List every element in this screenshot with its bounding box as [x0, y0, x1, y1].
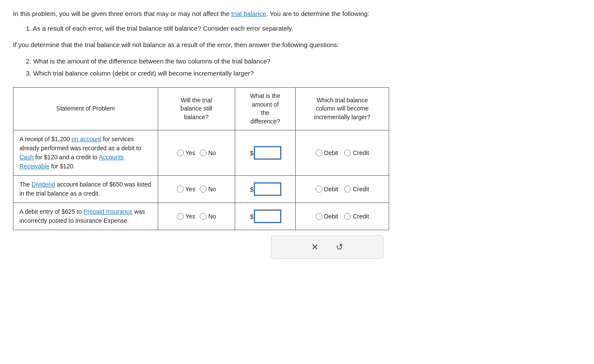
amount-input-row1[interactable] — [255, 147, 281, 159]
yes-label-row1[interactable]: Yes — [177, 149, 195, 156]
main-table: Statement of Problem Will the trialbalan… — [13, 87, 389, 230]
yes-radio-row1[interactable] — [177, 149, 184, 156]
debit-radio-row1[interactable] — [316, 149, 323, 156]
debit-credit-group-row2: Debit Credit — [302, 186, 383, 193]
no-label-row1[interactable]: No — [200, 149, 216, 156]
intro-paragraph2: If you determine that the trial balance … — [13, 40, 581, 50]
on-account-link[interactable]: on account — [72, 136, 102, 142]
yes-no-group-row1: Yes No — [164, 149, 229, 156]
reset-button[interactable]: ↺ — [332, 240, 347, 254]
debit-label-row1[interactable]: Debit — [316, 149, 339, 156]
debit-label-row3[interactable]: Debit — [316, 213, 339, 220]
column-cell-row3: Debit Credit — [296, 203, 389, 230]
trial-balance-link[interactable]: trial balance — [231, 10, 266, 17]
yes-radio-row3[interactable] — [177, 213, 184, 220]
debit-radio-row3[interactable] — [316, 213, 323, 220]
credit-label-row1[interactable]: Credit — [344, 149, 369, 156]
debit-credit-group-row1: Debit Credit — [302, 149, 383, 156]
intro-item3: 3. Which trial balance column (debit or … — [26, 68, 581, 79]
no-radio-row3[interactable] — [200, 213, 207, 220]
credit-radio-row2[interactable] — [344, 186, 351, 193]
yes-no-group-row2: Yes No — [164, 186, 229, 193]
accounts-receivable-link[interactable]: Accounts Receivable — [19, 154, 124, 170]
header-balance: Will the trialbalance stillbalance? — [158, 88, 235, 130]
dollar-sign-row1: $ — [250, 149, 253, 157]
intro-item1: 1. As a result of each error, will the t… — [26, 23, 581, 34]
credit-radio-row1[interactable] — [344, 149, 351, 156]
table-row: A receipt of $1,200 on account for servi… — [13, 130, 389, 176]
amount-wrap-row2: $ — [241, 183, 289, 195]
no-radio-row2[interactable] — [200, 186, 207, 193]
column-cell-row1: Debit Credit — [296, 130, 389, 176]
debit-label-row2[interactable]: Debit — [316, 186, 339, 193]
no-label-row3[interactable]: No — [200, 213, 216, 220]
credit-radio-row3[interactable] — [344, 213, 351, 220]
yes-label-row3[interactable]: Yes — [177, 213, 195, 220]
toolbar: ✕ ↺ — [271, 235, 383, 259]
header-problem: Statement of Problem — [13, 88, 158, 130]
dollar-sign-row3: $ — [250, 213, 253, 220]
amount-input-row3[interactable] — [255, 210, 281, 222]
column-cell-row2: Debit Credit — [296, 176, 389, 203]
credit-label-row3[interactable]: Credit — [344, 213, 369, 220]
balance-cell-row3: Yes No — [158, 203, 235, 230]
debit-radio-row2[interactable] — [316, 186, 323, 193]
header-column: Which trial balancecolumn will becomeinc… — [296, 88, 389, 130]
amount-input-row2[interactable] — [255, 183, 281, 195]
header-amount: What is theamount ofthedifference? — [235, 88, 295, 130]
problem-cell-row3: A debit entry of $625 to Prepaid Insuran… — [13, 203, 158, 230]
amount-cell-row2: $ — [235, 176, 295, 203]
credit-label-row2[interactable]: Credit — [344, 186, 369, 193]
cash-link[interactable]: Cash — [19, 154, 34, 161]
intro-paragraph: In this problem, you will be given three… — [13, 9, 581, 19]
table-row: The Dividend account balance of $650 was… — [13, 176, 389, 203]
amount-cell-row1: $ — [235, 130, 295, 176]
intro-item2: 2. What is the amount of the difference … — [26, 56, 581, 66]
balance-cell-row2: Yes No — [158, 176, 235, 203]
problem-cell-row2: The Dividend account balance of $650 was… — [13, 176, 158, 203]
table-row: A debit entry of $625 to Prepaid Insuran… — [13, 203, 389, 230]
no-label-row2[interactable]: No — [200, 186, 216, 193]
dollar-sign-row2: $ — [250, 186, 253, 193]
yes-no-group-row3: Yes No — [164, 213, 229, 220]
prepaid-insurance-link[interactable]: Prepaid Insurance — [83, 208, 133, 215]
dividend-link[interactable]: Dividend — [32, 181, 55, 188]
amount-wrap-row3: $ — [241, 210, 289, 222]
yes-label-row2[interactable]: Yes — [177, 186, 195, 193]
balance-cell-row1: Yes No — [158, 130, 235, 176]
yes-radio-row2[interactable] — [177, 186, 184, 193]
no-radio-row1[interactable] — [200, 149, 207, 156]
amount-wrap-row1: $ — [241, 147, 289, 159]
debit-credit-group-row3: Debit Credit — [302, 213, 383, 220]
amount-cell-row3: $ — [235, 203, 295, 230]
problem-cell-row1: A receipt of $1,200 on account for servi… — [13, 130, 158, 176]
close-button[interactable]: ✕ — [308, 240, 322, 254]
